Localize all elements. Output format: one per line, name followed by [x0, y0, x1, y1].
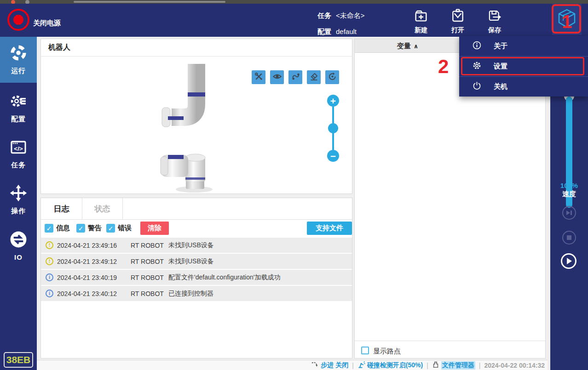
sidebar-task-label: 任务: [11, 161, 26, 170]
clear-log-button[interactable]: 清除: [140, 222, 169, 235]
zoom-out-button[interactable]: −: [327, 150, 339, 162]
collision-icon: [357, 361, 365, 370]
stop-icon: [567, 235, 571, 240]
log-source: RT ROBOT: [131, 274, 165, 281]
cube-logo-icon: [557, 8, 576, 30]
task-indicator: 任务<未命名>: [317, 11, 365, 20]
reset-view-button[interactable]: [325, 70, 339, 84]
filter-info-label: 信息: [56, 224, 70, 233]
step-forward-button[interactable]: [562, 206, 576, 220]
warning-icon: !: [46, 257, 53, 265]
status-code-badge[interactable]: 38EB: [4, 352, 33, 368]
path-button[interactable]: [288, 70, 302, 84]
config-gear-icon: [10, 92, 27, 112]
log-tabs: 日志 状态: [41, 198, 352, 220]
file-manager-button[interactable]: 文件管理器: [432, 361, 475, 370]
save-task-label: 保存: [488, 26, 501, 34]
power-off-label: 关闭电源: [33, 19, 61, 28]
info-icon: [472, 40, 482, 52]
collision-detection-status[interactable]: 碰撞检测开启(50%): [357, 361, 423, 370]
log-message: 未找到USB设备: [168, 257, 214, 266]
log-message: 未找到USB设备: [168, 241, 214, 250]
menu-item-shutdown[interactable]: 关机: [459, 76, 588, 97]
svg-text:</>: </>: [14, 145, 23, 152]
checkbox-checked-icon: ✓: [45, 224, 53, 233]
tools-icon: [254, 72, 264, 83]
sidebar-nav: 运行 配置 </> 任务 操作 IO 38EB: [0, 37, 37, 370]
menu-item-about[interactable]: 关于: [459, 36, 588, 56]
open-file-icon: [450, 8, 465, 25]
log-entry[interactable]: ! 2024-04-21 23:49:12 RT ROBOT 未找到USB设备: [41, 254, 352, 269]
tab-log[interactable]: 日志: [41, 198, 82, 219]
new-task-button[interactable]: 新建: [407, 8, 435, 34]
save-icon: [487, 8, 502, 25]
sidebar-item-config[interactable]: 配置: [0, 87, 37, 129]
os-titlebar: [0, 0, 588, 4]
log-entry[interactable]: ! 2024-04-21 23:49:16 RT ROBOT 未找到USB设备: [41, 238, 352, 253]
sidebar-item-task[interactable]: </> 任务: [0, 133, 37, 175]
log-source: RT ROBOT: [131, 290, 165, 297]
sidebar-item-io[interactable]: IO: [0, 225, 37, 267]
filter-info-checkbox[interactable]: ✓ 信息: [45, 224, 70, 233]
open-task-button[interactable]: 打开: [444, 8, 472, 34]
menu-about-label: 关于: [494, 42, 507, 51]
zoom-in-button[interactable]: +: [327, 95, 339, 107]
sidebar-io-label: IO: [14, 253, 23, 261]
checkbox-checked-icon: ✓: [106, 224, 115, 233]
log-message: 配置文件'default.configuration'加载成功: [168, 273, 280, 282]
filter-warning-checkbox[interactable]: ✓ 警告: [76, 224, 102, 233]
app-header: 关闭电源 任务<未命名> 配置default 新建 打开: [0, 4, 588, 37]
variables-title: 变量∧: [355, 42, 461, 51]
move-arrows-icon: [10, 184, 27, 204]
io-exchange-icon: [10, 231, 27, 250]
filter-error-checkbox[interactable]: ✓ 错误: [106, 224, 132, 233]
tab-status[interactable]: 状态: [82, 198, 123, 219]
show-waypoints-label: 显示路点: [373, 347, 401, 356]
eraser-icon: [309, 72, 319, 83]
show-waypoints-checkbox[interactable]: [361, 347, 369, 354]
eraser-button[interactable]: [307, 70, 321, 84]
tools-button[interactable]: [252, 70, 265, 84]
log-filter-row: ✓ 信息 ✓ 警告 ✓ 错误 清除 支持文件: [41, 220, 352, 237]
warning-icon: !: [46, 241, 53, 249]
robot-panel: 机器人: [40, 39, 352, 194]
filter-warning-label: 警告: [88, 224, 102, 233]
play-button[interactable]: [561, 253, 576, 269]
zoom-slider-handle[interactable]: [328, 123, 338, 133]
new-task-label: 新建: [415, 26, 427, 34]
file-manager-icon: [432, 361, 439, 370]
sidebar-item-run[interactable]: 运行: [0, 37, 37, 83]
open-task-label: 打开: [451, 26, 464, 34]
new-file-icon: [414, 8, 428, 25]
sidebar-config-label: 配置: [11, 115, 26, 124]
robot-3d-viewport[interactable]: + −: [41, 57, 352, 193]
step-mode-label: 步进 关闭: [321, 361, 348, 370]
clock-timestamp: 2024-04-22 00:14:32: [484, 362, 545, 369]
log-entry[interactable]: i 2024-04-21 23:40:19 RT ROBOT 配置文件'defa…: [41, 270, 352, 285]
config-indicator: 配置default: [317, 28, 357, 36]
gear-icon: [472, 61, 482, 72]
save-task-button[interactable]: 保存: [480, 8, 509, 34]
step-mode-status[interactable]: 步进 关闭: [311, 361, 348, 370]
visibility-button[interactable]: [270, 70, 284, 84]
rotate-reset-icon: [328, 72, 337, 83]
power-off-button[interactable]: [7, 9, 29, 31]
stop-button[interactable]: [562, 231, 576, 245]
filter-error-label: 错误: [118, 224, 132, 233]
info-icon: i: [46, 273, 53, 281]
robot-control-app: 关闭电源 任务<未命名> 配置default 新建 打开: [0, 0, 588, 370]
task-value: <未命名>: [336, 11, 365, 19]
sidebar-operate-label: 操作: [11, 207, 26, 216]
log-source: RT ROBOT: [131, 258, 165, 265]
separator: |: [427, 362, 428, 369]
sidebar-item-operate[interactable]: 操作: [0, 179, 37, 221]
checkbox-checked-icon: ✓: [76, 224, 85, 233]
log-time: 2024-04-21 23:49:12: [57, 258, 131, 265]
menu-item-settings[interactable]: 设置: [459, 56, 588, 76]
log-time: 2024-04-21 23:40:12: [57, 290, 131, 297]
app-logo-menu-button[interactable]: [552, 4, 582, 35]
menu-shutdown-label: 关机: [494, 82, 507, 91]
log-entry[interactable]: i 2024-04-21 23:40:12 RT ROBOT 已连接到控制器: [41, 286, 352, 301]
file-manager-label: 文件管理器: [441, 361, 475, 370]
support-file-button[interactable]: 支持文件: [307, 222, 352, 235]
